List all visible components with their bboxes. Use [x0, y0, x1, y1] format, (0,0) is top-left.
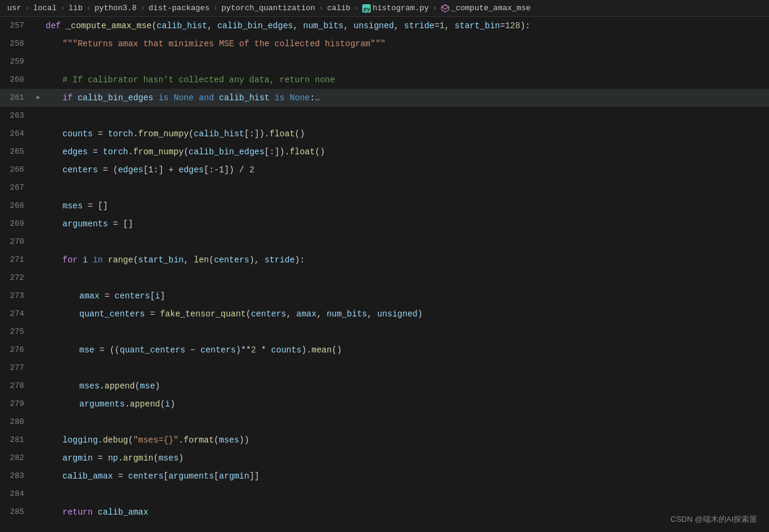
token-264-3: .	[133, 129, 138, 139]
breadcrumb-bar: usr › local › lib › python3.8 › dist-pac…	[0, 0, 769, 17]
token-264-6: calib_hist	[193, 129, 244, 139]
bc-item-python38: python3.8	[94, 4, 136, 13]
token-281-0: logging	[62, 435, 98, 445]
token-278-3: (	[135, 381, 139, 391]
bc-item-histogrampy[interactable]: histogram.py	[372, 4, 429, 13]
token-260-0: # If calibrator hasn't collected any dat…	[62, 75, 335, 85]
token-278-0: mses	[79, 381, 100, 391]
token-271-5	[103, 255, 108, 265]
code-area: 257def _compute_amax_mse(calib_hist, cal…	[0, 17, 769, 532]
token-261-4: is	[159, 93, 169, 103]
token-271-8: start_bin	[138, 255, 184, 265]
token-265-7: [:]	[264, 147, 279, 157]
token-271-12: centers	[214, 255, 249, 265]
token-281-3: (	[128, 435, 133, 445]
line-number-269: 269	[0, 215, 34, 233]
token-276-3: −	[185, 345, 200, 355]
token-285-1	[93, 507, 97, 517]
token-273-3: [	[150, 291, 155, 301]
code-line-258: 258"""Returns amax that minimizes MSE of…	[0, 35, 769, 53]
token-257-10: unsigned	[354, 21, 394, 31]
code-content-285: return calib_amax	[43, 503, 769, 521]
token-265-10: ()	[315, 147, 325, 157]
line-number-274: 274	[0, 305, 34, 323]
token-274-0: quant_centers	[79, 309, 145, 319]
token-257-18: 128	[505, 21, 520, 31]
token-279-3: (	[160, 399, 165, 409]
token-282-1: =	[93, 453, 108, 463]
token-276-0: mse	[79, 345, 94, 355]
token-283-2: centers	[128, 471, 163, 481]
code-content-265: edges = torch.from_numpy(calib_bin_edges…	[43, 143, 769, 161]
token-265-0: edges	[62, 147, 88, 157]
code-line-264: 264counts = torch.from_numpy(calib_hist[…	[0, 125, 769, 143]
bc-item-usr: usr	[7, 4, 21, 13]
line-number-272: 272	[0, 269, 34, 287]
token-264-8: ).	[260, 129, 270, 139]
cube-file-icon: _compute_amax_mse	[441, 4, 531, 13]
token-271-9: ,	[184, 255, 194, 265]
token-257-4: calib_hist	[157, 21, 207, 31]
token-257-14: 1	[439, 21, 444, 31]
bc-item-lib: lib	[68, 4, 82, 13]
line-number-257: 257	[0, 17, 34, 35]
token-257-3: (	[151, 21, 156, 31]
token-281-1: .	[98, 435, 103, 445]
code-line-257: 257def _compute_amax_mse(calib_hist, cal…	[0, 17, 769, 35]
code-content-276: mse = ((quant_centers − centers)**2 * co…	[43, 341, 769, 359]
token-274-6: amax	[296, 309, 317, 319]
code-line-275: 275	[0, 323, 769, 341]
token-271-0: for	[62, 255, 78, 265]
bc-sep-3: ›	[86, 4, 91, 13]
token-261-5	[168, 93, 173, 103]
token-283-4: arguments	[168, 471, 214, 481]
bc-item-local: local	[33, 4, 56, 13]
token-266-0: centers	[62, 165, 98, 175]
code-line-260: 260# If calibrator hasn't collected any …	[0, 71, 769, 89]
token-276-4: centers	[201, 345, 236, 355]
token-282-3: .	[118, 453, 123, 463]
fold-arrow-261[interactable]: ▶	[34, 89, 43, 107]
token-281-9: ))	[239, 435, 249, 445]
bc-sep-5: ›	[213, 4, 218, 13]
token-258-0: """Returns amax that minimizes MSE of th…	[62, 39, 386, 49]
bc-sep-1: ›	[25, 4, 29, 13]
token-285-0: return	[62, 507, 93, 517]
code-content-258: """Returns amax that minimizes MSE of th…	[43, 35, 769, 53]
token-274-10: unsigned	[377, 309, 418, 319]
token-276-1: = ((	[94, 345, 120, 355]
code-content-278: mses.append(mse)	[43, 377, 769, 395]
token-276-2: quant_centers	[120, 345, 185, 355]
token-276-10: mean	[312, 345, 332, 355]
token-265-2: torch	[103, 147, 128, 157]
code-line-280: 280	[0, 413, 769, 431]
token-265-9: float	[290, 147, 315, 157]
token-282-7: )	[178, 453, 183, 463]
line-number-278: 278	[0, 377, 34, 395]
code-content-281: logging.debug("mses={}".format(mses))	[43, 431, 769, 449]
token-271-15: ):	[295, 255, 305, 265]
line-number-258: 258	[0, 35, 34, 53]
token-266-3: [1:]	[143, 165, 163, 175]
token-257-17: =	[500, 21, 505, 31]
token-266-1: = (	[98, 165, 118, 175]
token-264-9: float	[270, 129, 295, 139]
token-271-13: ),	[249, 255, 264, 265]
token-273-0: amax	[79, 291, 100, 301]
token-264-2: torch	[108, 129, 133, 139]
svg-marker-3	[442, 5, 449, 9]
bc-sep-7: ›	[354, 4, 359, 13]
line-number-271: 271	[0, 251, 34, 269]
token-266-6: [:-1]	[204, 165, 229, 175]
token-265-6: calib_bin_edges	[189, 147, 264, 157]
bc-item-pytorch: pytorch_quantization	[222, 4, 315, 13]
token-265-3: .	[128, 147, 133, 157]
code-content-261: if calib_bin_edges is None and calib_his…	[43, 89, 769, 107]
code-line-273: 273amax = centers[i]	[0, 287, 769, 305]
code-line-276: 276mse = ((quant_centers − centers)**2 *…	[0, 341, 769, 359]
token-282-5: (	[153, 453, 158, 463]
token-261-15: :	[310, 93, 315, 103]
token-281-5: .	[178, 435, 183, 445]
token-266-5: edges	[178, 165, 204, 175]
token-283-6: argmin	[219, 471, 249, 481]
